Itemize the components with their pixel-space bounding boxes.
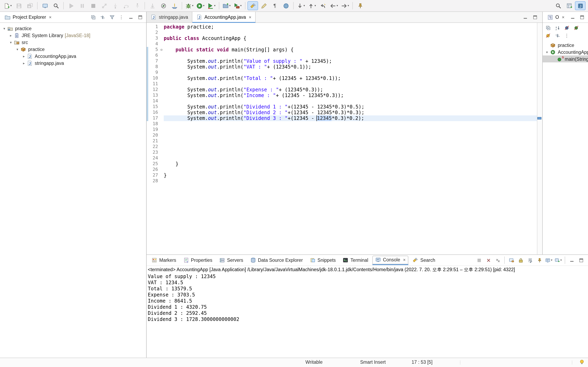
remove-all-terminated-button[interactable] (493, 257, 502, 264)
chevron-down-icon[interactable]: ▾ (15, 47, 20, 51)
close-icon[interactable]: × (403, 257, 406, 262)
link-with-editor-button[interactable] (98, 13, 107, 21)
code-line[interactable]: 5⊖ public static void main(String[] args… (147, 47, 542, 53)
view-menu-button[interactable]: ⋮ (117, 13, 126, 21)
hide-static-members-button[interactable] (572, 24, 581, 31)
chevron-right-icon[interactable]: ▸ (21, 61, 26, 65)
open-perspective-button[interactable] (564, 1, 575, 10)
console-tab-data-source-explorer[interactable]: Data Source Explorer (247, 256, 306, 264)
search-button[interactable] (247, 1, 258, 10)
code-line[interactable]: 28 (147, 178, 542, 184)
outline-item[interactable]: ▾AccountingApp (543, 49, 588, 55)
skip-all-breakpoints-button[interactable] (158, 1, 169, 10)
chevron-right-icon[interactable]: ▸ (8, 33, 13, 37)
code-line[interactable]: 9 (147, 70, 542, 75)
code-line[interactable]: 8 System.out.println("VAT : "+ (12345*0.… (147, 64, 542, 70)
filter-button[interactable] (107, 13, 116, 21)
debug-button[interactable]: ▾ (184, 1, 195, 10)
minimize-button[interactable] (126, 13, 135, 21)
code-line[interactable]: 21 (147, 138, 542, 144)
new-java-project-button[interactable]: ▾ (221, 1, 232, 10)
maximize-button[interactable] (530, 13, 539, 21)
next-annotation-button[interactable]: ▾ (296, 1, 306, 10)
maximize-button[interactable] (577, 257, 586, 264)
chevron-down-icon[interactable]: ▾ (544, 50, 550, 54)
quick-search-button[interactable] (553, 1, 563, 10)
project-tree-item[interactable]: ▸JAccountingApp.java (0, 53, 146, 59)
code-line[interactable]: 20 (147, 133, 542, 138)
new-wizard-button[interactable]: ▾ (2, 1, 13, 10)
code-editor[interactable]: 1package practice;23public class Account… (147, 23, 542, 254)
hide-non-public-members-button[interactable] (544, 32, 553, 39)
show-whitespace-button[interactable]: ¶ (269, 1, 280, 10)
project-explorer-tab[interactable]: Project Explorer × (2, 12, 54, 22)
run-button[interactable]: ▾ (195, 1, 206, 10)
coverage-button[interactable]: ▾ (206, 1, 217, 10)
hide-fields-button[interactable] (562, 24, 571, 31)
minimize-button[interactable] (567, 257, 576, 264)
close-icon[interactable]: × (49, 15, 52, 20)
maximize-button[interactable] (136, 13, 145, 21)
project-tree-item[interactable]: ▸JRE System Library[JavaSE-18] (0, 32, 146, 39)
collapse-all-button[interactable] (544, 24, 553, 31)
code-line[interactable]: 27} (147, 173, 542, 178)
fold-marker-icon[interactable]: ⊖ (159, 47, 164, 53)
forward-button[interactable]: ▾ (340, 1, 350, 10)
code-line[interactable]: 16 System.out.println("Dividend 2 : "+(1… (147, 110, 542, 115)
inspect-button[interactable] (51, 1, 61, 10)
project-tree-item[interactable]: ▾src (0, 39, 146, 46)
outline-tab[interactable]: O × (544, 12, 567, 22)
java-perspective-button[interactable]: J (575, 1, 586, 10)
console-tab-servers[interactable]: Servers (216, 256, 246, 264)
overview-ruler[interactable] (537, 23, 542, 254)
editor-tab-accountingapp-java[interactable]: JAccountingApp.java× (192, 12, 255, 23)
console-tab-terminal[interactable]: Terminal (340, 256, 371, 264)
collapse-all-button[interactable] (89, 13, 98, 21)
editor-tab-stringapp-java[interactable]: Jstringapp.java (147, 12, 192, 22)
remove-launch-button[interactable] (484, 257, 493, 264)
code-line[interactable]: 25 } (147, 161, 542, 167)
external-tools-button[interactable]: ▾ (232, 1, 243, 10)
code-line[interactable]: 6 (147, 53, 542, 58)
minimize-button[interactable] (568, 13, 577, 21)
code-line[interactable]: 13 System.out.println("Income : "+ (1234… (147, 92, 542, 98)
console-tab-console[interactable]: Console× (372, 256, 408, 265)
console-tab-properties[interactable]: Properties (180, 256, 215, 264)
code-line[interactable]: 14 (147, 98, 542, 104)
code-line[interactable]: 11 (147, 81, 542, 87)
code-line[interactable]: 3public class AccountingApp { (147, 35, 542, 41)
sort-alphabetically-button[interactable]: az (553, 24, 562, 31)
back-button[interactable]: ▾ (329, 1, 339, 10)
code-line[interactable]: 1package practice; (147, 24, 542, 30)
code-line[interactable]: 18 (147, 121, 542, 127)
console-output-area[interactable]: <terminated> AccountingApp [Java Applica… (147, 266, 588, 358)
project-tree-item[interactable]: ▾practice (0, 46, 146, 53)
outline-item[interactable]: Smain(String[] args) (543, 55, 588, 62)
code-line[interactable]: 2 (147, 30, 542, 35)
previous-annotation-button[interactable]: ▾ (307, 1, 317, 10)
scroll-lock-button[interactable] (516, 257, 525, 264)
code-line[interactable]: 15 System.out.println("Dividend 1 : "+(1… (147, 104, 542, 110)
console-tab-markers[interactable]: Markers (149, 256, 179, 264)
code-line[interactable]: 10 System.out.println("Total : "+ (12345… (147, 75, 542, 81)
chevron-down-icon[interactable]: ▾ (8, 40, 13, 44)
cursor-position-status[interactable]: 17 : 53 [5] (412, 360, 432, 365)
open-console-button[interactable] (40, 1, 50, 10)
close-icon[interactable]: × (249, 15, 251, 19)
external-annotations-button[interactable] (259, 1, 269, 10)
outline-item[interactable]: practice (543, 42, 588, 49)
pin-editor-button[interactable] (355, 1, 365, 10)
display-selected-console-button[interactable]: ▾ (544, 257, 553, 264)
chevron-down-icon[interactable]: ▾ (2, 26, 7, 30)
chevron-right-icon[interactable]: ▸ (21, 54, 26, 58)
code-line[interactable]: 4 (147, 41, 542, 47)
project-tree-item[interactable]: ▸Jstringapp.java (0, 59, 146, 67)
code-line[interactable]: 12 System.out.println("Expense : "+ (123… (147, 87, 542, 92)
view-menu-button[interactable]: ⋮ (562, 32, 571, 39)
last-edit-location-button[interactable] (318, 1, 328, 10)
project-tree-item[interactable]: ▾practice (0, 25, 146, 32)
clear-console-button[interactable] (507, 257, 516, 264)
console-tab-snippets[interactable]: Snippets (307, 256, 339, 264)
code-line[interactable]: 17 System.out.println("Dividend 3 : "+(1… (147, 115, 542, 121)
minimize-button[interactable] (521, 13, 530, 21)
